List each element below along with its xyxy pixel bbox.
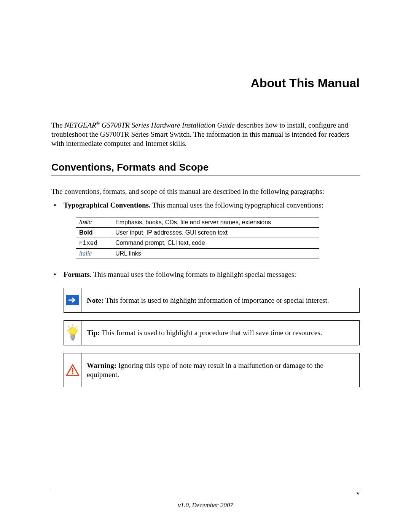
bullet2-rest: This manual uses the following formats t… [91,270,296,278]
tip-label: Tip: [87,329,100,337]
bullet1-label: Typographical Conventions. [64,201,151,209]
bullet2-label: Formats. [64,270,91,278]
note-label: Note: [87,296,104,304]
warning-label: Warning: [87,361,116,369]
bullet-list: Typographical Conventions. This manual u… [51,201,360,387]
table-row: Bold User input, IP addresses, GUI scree… [76,227,319,238]
intro-doc-title: GS700TR Series Hardware Installation Gui… [100,121,235,129]
intro-brand: NETGEAR [64,121,96,129]
svg-rect-8 [72,339,74,340]
page-number: v [357,489,360,497]
version-line: v1.0, December 2007 [0,502,411,509]
intro-paragraph: The NETGEAR® GS700TR Series Hardware Ins… [51,121,360,148]
footer-rule [51,488,360,488]
warning-callout: Warning: Ignoring this type of note may … [64,353,360,387]
fixed-desc: Command prompt, CLI text, code [112,238,319,248]
bold-label: Bold [79,229,93,236]
svg-line-3 [76,326,77,328]
lightbulb-icon [64,321,81,345]
section-heading: Conventions, Formats and Scope [51,161,360,176]
note-callout: Note: This format is used to highlight i… [64,288,360,313]
svg-point-10 [72,373,73,375]
registered-mark: ® [96,121,100,126]
svg-rect-7 [71,335,75,339]
bullet1-rest: This manual uses the following typograph… [151,201,323,209]
bullet-typographical: Typographical Conventions. This manual u… [51,201,360,259]
intro-prefix: The [51,121,64,129]
bullet-formats: Formats. This manual uses the following … [51,270,360,387]
tip-callout: Tip: This format is used to highlight a … [64,320,360,345]
page: About This Manual The NETGEAR® GS700TR S… [0,0,411,532]
callout-group: Note: This format is used to highlight i… [64,288,360,387]
fixed-label: Fixed [79,240,97,247]
warning-triangle-icon [64,353,81,387]
table-row: Fixed Command prompt, CLI text, code [76,238,319,248]
bold-desc: User input, IP addresses, GUI screen tex… [112,227,319,238]
tip-text: This format is used to highlight a proce… [100,329,322,337]
note-arrow-icon [64,288,81,313]
link-label: italic [79,250,92,257]
warning-text: Ignoring this type of note may result in… [87,361,323,379]
note-text: This format is used to highlight informa… [104,296,329,304]
section-lead: The conventions, formats, and scope of t… [51,187,360,196]
italic-desc: Emphasis, books, CDs, file and server na… [112,217,319,227]
link-desc: URL links [112,248,319,259]
italic-label: Italic [79,219,92,225]
table-row: italic URL links [76,248,319,259]
conventions-table: Italic Emphasis, books, CDs, file and se… [76,217,319,259]
page-title: About This Manual [51,76,360,90]
table-row: Italic Emphasis, books, CDs, file and se… [76,217,319,227]
svg-line-2 [68,326,70,328]
svg-point-6 [69,328,76,335]
